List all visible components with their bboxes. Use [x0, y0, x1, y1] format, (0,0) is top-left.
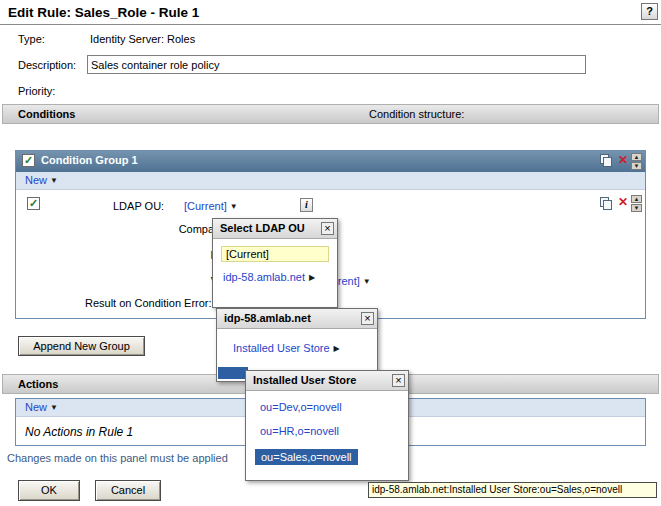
priority-label: Priority: — [18, 85, 55, 97]
new-condition-dropdown-icon[interactable]: ▼ — [50, 176, 58, 185]
idp-server-popup-body: Installed User Store▶ — [217, 329, 377, 354]
condition-structure-label: Condition structure: — [369, 105, 464, 123]
description-input[interactable] — [87, 55, 586, 74]
select-ldap-ou-popup-title: Select LDAP OU — [220, 222, 305, 234]
actions-bar-label: Actions — [3, 378, 58, 390]
condition-group-header: ✓ Condition Group 1 ✕ ▲ ▼ — [16, 151, 645, 172]
ldap-ou-caret-icon[interactable]: ▼ — [230, 202, 238, 211]
menu-item-label: Installed User Store — [233, 342, 330, 354]
conditions-new-row: New▼ — [16, 172, 645, 190]
installed-user-store-popup-titlebar: Installed User Store × — [246, 371, 408, 391]
menu-item-ou-sales-selected[interactable]: ou=Sales,o=novell — [255, 449, 358, 465]
select-ldap-ou-popup: Select LDAP OU × [Current] idp-58.amlab.… — [212, 218, 338, 308]
move-up-icon[interactable]: ▲ — [631, 195, 642, 203]
close-icon[interactable]: × — [361, 312, 374, 325]
ldap-ou-value[interactable]: [Current] — [184, 200, 227, 212]
menu-item-installed-user-store[interactable]: Installed User Store▶ — [233, 342, 377, 354]
new-action-link[interactable]: New — [25, 401, 47, 413]
cancel-button[interactable]: Cancel — [95, 480, 161, 501]
ldap-ou-value-dropdown[interactable]: [Current]▼ — [184, 200, 238, 212]
copy-condition-icon[interactable] — [600, 197, 613, 211]
menu-item-label: ou=Dev,o=novell — [260, 401, 342, 413]
installed-user-store-popup-title: Installed User Store — [253, 374, 356, 386]
menu-item-label: ou=Sales,o=novell — [261, 451, 352, 463]
copy-icon[interactable] — [600, 154, 613, 168]
menu-item-label: ou=HR,o=novell — [260, 425, 339, 437]
selection-tooltip: idp-58.amlab.net:Installed User Store:ou… — [368, 482, 657, 498]
select-ldap-ou-popup-body: [Current] idp-58.amlab.net▶ — [213, 239, 337, 283]
move-down-icon[interactable]: ▼ — [631, 204, 642, 212]
type-value: Identity Server: Roles — [90, 33, 195, 45]
installed-user-store-popup-body: ou=Dev,o=novell ou=HR,o=novell ou=Sales,… — [246, 391, 408, 465]
condition-group-checkbox[interactable]: ✓ — [22, 154, 35, 167]
edit-rule-page: Edit Rule: Sales_Role - Rule 1 ? Type: I… — [0, 0, 661, 506]
submenu-arrow-icon: ▶ — [309, 273, 315, 282]
value-caret-icon[interactable]: ▼ — [363, 277, 371, 286]
menu-item-ou-hr[interactable]: ou=HR,o=novell — [260, 425, 408, 437]
idp-server-popup-titlebar: idp-58.amlab.net × — [217, 309, 377, 329]
page-title: Edit Rule: Sales_Role - Rule 1 — [8, 5, 199, 20]
conditions-section-bar: Conditions Condition structure: — [2, 104, 659, 124]
menu-item-label: [Current] — [226, 248, 269, 260]
move-group-spinner: ▲ ▼ — [631, 153, 642, 170]
close-icon[interactable]: × — [321, 222, 334, 235]
ok-button[interactable]: OK — [18, 480, 80, 501]
no-actions-text: No Actions in Rule 1 — [25, 425, 133, 439]
menu-item-current[interactable]: [Current] — [221, 246, 329, 262]
close-icon[interactable]: × — [392, 374, 405, 387]
new-condition-link[interactable]: New — [25, 174, 47, 186]
move-condition-spinner: ▲ ▼ — [631, 195, 642, 212]
condition-row-checkbox[interactable]: ✓ — [27, 197, 40, 210]
idp-server-popup-title: idp-58.amlab.net — [224, 312, 311, 324]
submenu-arrow-icon: ▶ — [334, 344, 340, 353]
menu-item-idp-server[interactable]: idp-58.amlab.net▶ — [221, 271, 329, 283]
select-ldap-ou-popup-titlebar: Select LDAP OU × — [213, 219, 337, 239]
result-on-condition-error-label: Result on Condition Error: — [85, 297, 212, 309]
apply-note: Changes made on this panel must be appli… — [7, 452, 228, 464]
ldap-ou-label: LDAP OU: — [113, 200, 164, 212]
menu-item-ou-dev[interactable]: ou=Dev,o=novell — [260, 401, 408, 413]
header-divider — [0, 24, 661, 25]
delete-condition-icon[interactable]: ✕ — [618, 195, 628, 209]
menu-item-label: idp-58.amlab.net — [223, 271, 305, 283]
new-action-dropdown-icon[interactable]: ▼ — [50, 403, 58, 412]
help-icon[interactable]: ? — [641, 3, 658, 20]
move-down-icon[interactable]: ▼ — [631, 162, 642, 170]
installed-user-store-popup: Installed User Store × ou=Dev,o=novell o… — [245, 370, 409, 481]
selected-row-remnant — [218, 367, 248, 379]
condition-group-title: Condition Group 1 — [41, 154, 138, 166]
conditions-bar-label: Conditions — [3, 108, 75, 120]
append-new-group-button[interactable]: Append New Group — [18, 336, 145, 356]
description-label: Description: — [18, 59, 76, 71]
delete-group-icon[interactable]: ✕ — [618, 153, 628, 167]
move-up-icon[interactable]: ▲ — [631, 153, 642, 161]
type-label: Type: — [18, 33, 45, 45]
info-icon[interactable]: i — [300, 198, 313, 212]
